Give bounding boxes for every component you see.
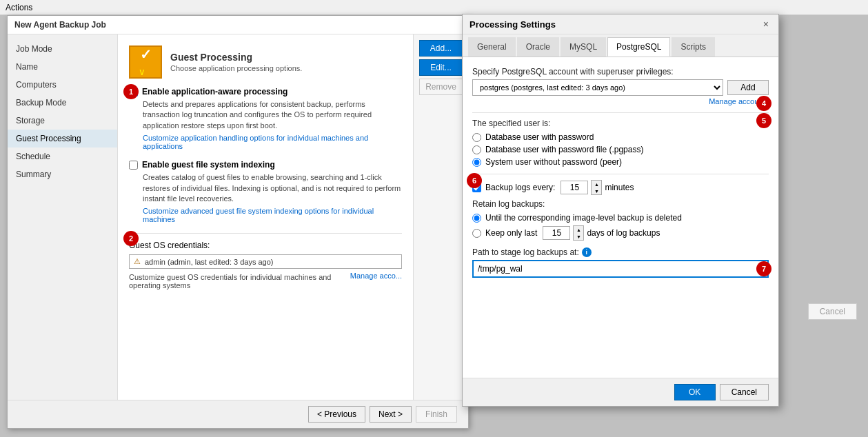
radio-db-user-pgpass[interactable] <box>472 145 481 154</box>
sidebar-label-storage: Storage <box>16 116 45 125</box>
ok-button[interactable]: OK <box>674 384 716 400</box>
remove-button[interactable]: Remove <box>419 79 463 95</box>
credentials-label: Guest OS credentials: <box>129 241 402 250</box>
section-header: ✓V Guest Processing Choose application p… <box>129 45 402 79</box>
badge-5: 5 <box>756 113 771 128</box>
previous-button[interactable]: < Previous <box>308 406 365 423</box>
finish-button[interactable]: Finish <box>416 406 457 423</box>
backup-logs-unit: minutes <box>605 183 634 192</box>
radio-system-user: System user without password (peer) <box>472 157 769 167</box>
backup-logs-number-row: ▲ ▼ minutes <box>561 180 634 195</box>
enable-app-label[interactable]: Enable application-aware processing <box>142 87 287 96</box>
sidebar-item-backup-mode[interactable]: Backup Mode <box>8 94 117 112</box>
enable-indexing-checkbox[interactable] <box>129 161 138 170</box>
path-label: Path to stage log backups at: i <box>472 247 769 257</box>
edit-button[interactable]: Edit... <box>419 59 463 76</box>
window-content: Job Mode Name Computers Backup Mode Stor… <box>8 34 468 400</box>
add-button[interactable]: Add... <box>419 40 463 57</box>
credentials-input: ⚠ admin (admin, last edited: 3 days ago) <box>129 254 402 269</box>
specified-user-section: 5 The specified user is: Database user w… <box>472 119 769 167</box>
path-info-icon: i <box>582 247 592 257</box>
backup-logs-spinner: ▲ ▼ <box>591 180 602 195</box>
tab-scripts[interactable]: Scripts <box>672 37 715 57</box>
badge-6: 6 <box>467 173 482 188</box>
keep-only-up[interactable]: ▲ <box>574 226 583 233</box>
radio-keep-only[interactable] <box>472 229 481 238</box>
enable-app-row: Enable application-aware processing <box>129 87 402 96</box>
specified-user-label: The specified user is: <box>472 119 769 128</box>
sidebar-label-computers: Computers <box>16 80 57 90</box>
tab-oracle[interactable]: Oracle <box>517 37 559 57</box>
path-section: 7 Path to stage log backups at: i <box>472 247 769 278</box>
backup-logs-row: 6 Backup logs every: ▲ ▼ minutes Retain … <box>472 180 769 241</box>
backup-logs-up[interactable]: ▲ <box>592 181 601 187</box>
enable-app-link[interactable]: Customize application handling options f… <box>143 134 402 150</box>
sidebar: Job Mode Name Computers Backup Mode Stor… <box>8 34 118 400</box>
retain-section: Retain log backups: Until the correspond… <box>472 199 769 241</box>
indexing-link[interactable]: Customize advanced guest file system ind… <box>143 207 402 223</box>
radio-db-password-label[interactable]: Database user with password <box>485 132 594 142</box>
dialog-title-bar: Processing Settings 3 × <box>463 14 778 34</box>
credential-value: admin (admin, last edited: 3 days ago) <box>145 258 274 266</box>
backup-logs-label[interactable]: Backup logs every: <box>485 183 555 192</box>
section-title: Guest Processing <box>170 52 302 63</box>
veeam-icon-text: ✓V <box>140 46 152 79</box>
app-processing-section: 1 Enable application-aware processing De… <box>129 87 402 150</box>
divider-2 <box>472 174 769 174</box>
tab-postgresql[interactable]: PostgreSQL <box>607 37 670 57</box>
path-input[interactable] <box>472 260 769 278</box>
tab-mysql[interactable]: MySQL <box>561 37 606 57</box>
keep-only-label[interactable]: Keep only last <box>485 228 537 238</box>
credentials-section: 2 Guest OS credentials: ⚠ admin (admin, … <box>129 233 402 289</box>
sidebar-label-job-mode: Job Mode <box>16 44 52 54</box>
backup-logs-input[interactable] <box>561 181 588 194</box>
backup-logs-down[interactable]: ▼ <box>592 187 601 194</box>
account-select[interactable]: postgres (postgres, last edited: 3 days … <box>472 79 723 96</box>
main-content-area: ✓V Guest Processing Choose application p… <box>118 34 413 400</box>
account-input-row: postgres (postgres, last edited: 3 days … <box>472 79 769 96</box>
bottom-bar: < Previous Next > Finish <box>8 400 468 428</box>
window-title: New Agent Backup Job <box>8 16 468 34</box>
main-window: New Agent Backup Job Job Mode Name Compu… <box>7 15 469 429</box>
cancel-button[interactable]: Cancel <box>720 384 769 400</box>
section-subtitle: Choose application processing options. <box>170 64 302 72</box>
manage-accounts-dialog-link[interactable]: Manage accounts <box>472 97 769 105</box>
sidebar-item-summary[interactable]: Summary <box>8 165 117 183</box>
far-right-buttons: Cancel <box>808 303 857 320</box>
radio-db-pgpass-label[interactable]: Database user with password file (.pgpas… <box>485 145 643 154</box>
sidebar-item-name[interactable]: Name <box>8 58 117 76</box>
sidebar-label-name: Name <box>16 62 38 72</box>
path-label-text: Path to stage log backups at: <box>472 247 579 257</box>
enable-indexing-label[interactable]: Enable guest file system indexing <box>142 160 275 170</box>
tab-general[interactable]: General <box>468 37 516 57</box>
dialog-close-button[interactable]: × <box>760 19 771 30</box>
divider-1 <box>472 112 769 113</box>
sidebar-item-storage[interactable]: Storage <box>8 112 117 130</box>
keep-only-down[interactable]: ▼ <box>574 233 583 240</box>
sidebar-label-backup-mode: Backup Mode <box>16 98 66 108</box>
until-deleted-label[interactable]: Until the corresponding image-level back… <box>485 213 682 223</box>
sidebar-item-job-mode[interactable]: Job Mode <box>8 40 117 58</box>
keep-only-input[interactable] <box>543 226 570 240</box>
radio-system-user-label[interactable]: System user without password (peer) <box>485 157 622 167</box>
sidebar-item-computers[interactable]: Computers <box>8 76 117 94</box>
account-row: Specify PostgreSQL account with superuse… <box>472 67 769 105</box>
radio-db-user-password[interactable] <box>472 133 481 142</box>
indexing-section: Enable guest file system indexing Create… <box>129 160 402 223</box>
retain-until-deleted: Until the corresponding image-level back… <box>472 213 769 223</box>
radio-until-deleted[interactable] <box>472 214 481 223</box>
next-button[interactable]: Next > <box>370 406 412 423</box>
retain-label: Retain log backups: <box>472 199 769 209</box>
manage-accounts-link[interactable]: Manage acco... <box>350 272 402 280</box>
radio-db-pgpass: Database user with password file (.pgpas… <box>472 145 769 154</box>
sidebar-item-guest-processing[interactable]: Guest Processing <box>8 130 117 148</box>
radio-system-user[interactable] <box>472 158 481 167</box>
actions-label: Actions <box>6 3 32 12</box>
dialog-body: Specify PostgreSQL account with superuse… <box>463 57 778 378</box>
far-cancel-button[interactable]: Cancel <box>808 303 857 320</box>
badge-4: 4 <box>756 96 771 111</box>
retain-keep-only: Keep only last ▲ ▼ days of log backups <box>472 225 769 241</box>
enable-app-desc: Detects and prepares applications for co… <box>143 99 402 131</box>
sidebar-item-schedule[interactable]: Schedule <box>8 148 117 165</box>
add-account-button[interactable]: Add <box>727 80 769 95</box>
